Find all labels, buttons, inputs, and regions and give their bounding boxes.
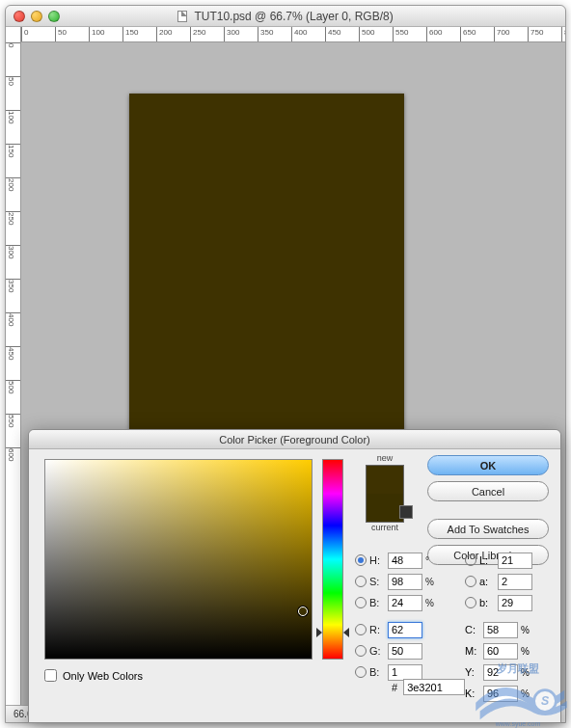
dialog-titlebar[interactable]: Color Picker (Foreground Color) bbox=[29, 430, 560, 449]
dialog-buttons: OK Cancel Add To Swatches Color Librarie… bbox=[427, 455, 549, 565]
document-icon bbox=[177, 11, 187, 22]
input-r[interactable] bbox=[388, 622, 422, 638]
radio-l[interactable] bbox=[465, 554, 476, 566]
only-web-colors-label: Only Web Colors bbox=[63, 670, 143, 682]
input-m[interactable] bbox=[483, 643, 518, 660]
hue-slider-thumb-icon[interactable] bbox=[317, 630, 348, 635]
titlebar[interactable]: TUT10.psd @ 66.7% (Layer 0, RGB/8) bbox=[6, 6, 565, 27]
unit-pct-b: % bbox=[425, 598, 439, 608]
new-label: new bbox=[355, 453, 415, 463]
label-h: H: bbox=[369, 554, 385, 566]
radio-bv[interactable] bbox=[355, 597, 367, 608]
color-field-cursor-icon[interactable] bbox=[298, 607, 308, 616]
input-g[interactable] bbox=[388, 643, 422, 660]
input-bv[interactable] bbox=[388, 595, 422, 611]
lab-cmyk-fields: L: a: b: C: % M: % bbox=[465, 550, 561, 704]
cancel-button[interactable]: Cancel bbox=[427, 481, 549, 501]
ruler-horizontal[interactable]: 0501001502002503003504004505005506006507… bbox=[21, 27, 565, 42]
current-label: current bbox=[355, 523, 415, 532]
only-web-colors-checkbox[interactable] bbox=[44, 669, 57, 682]
label-hex: # bbox=[392, 682, 397, 693]
input-l[interactable] bbox=[498, 553, 532, 569]
unit-deg: ° bbox=[425, 555, 439, 566]
label-c: C: bbox=[465, 624, 480, 635]
radio-s[interactable] bbox=[355, 576, 367, 587]
input-s[interactable] bbox=[388, 574, 422, 590]
radio-r[interactable] bbox=[355, 624, 367, 635]
unit-pct-m: % bbox=[521, 646, 534, 657]
label-g: G: bbox=[369, 645, 385, 657]
ruler-vertical[interactable]: 050100150200250300350400450500550600 bbox=[6, 27, 21, 705]
label-b2: b: bbox=[479, 597, 495, 608]
label-s: S: bbox=[369, 576, 385, 587]
ok-button[interactable]: OK bbox=[427, 455, 549, 475]
input-a[interactable] bbox=[498, 574, 532, 590]
label-a: a: bbox=[479, 576, 495, 587]
label-k: K: bbox=[465, 688, 480, 699]
swatch-compare: new current bbox=[355, 453, 415, 534]
label-r: R: bbox=[369, 624, 385, 635]
radio-h[interactable] bbox=[355, 554, 367, 566]
swatch-new[interactable] bbox=[367, 466, 403, 494]
label-y: Y: bbox=[465, 666, 480, 678]
only-web-colors-row: Only Web Colors bbox=[44, 669, 143, 682]
unit-pct-k: % bbox=[521, 688, 534, 699]
unit-pct-c: % bbox=[521, 625, 534, 635]
input-c[interactable] bbox=[483, 622, 518, 638]
input-b[interactable] bbox=[388, 664, 422, 681]
input-h[interactable] bbox=[388, 553, 422, 569]
input-b2[interactable] bbox=[498, 595, 532, 611]
radio-g[interactable] bbox=[355, 645, 367, 657]
input-y[interactable] bbox=[483, 664, 518, 681]
input-k[interactable] bbox=[483, 686, 518, 702]
color-field[interactable] bbox=[44, 459, 313, 660]
radio-b2[interactable] bbox=[465, 597, 476, 608]
gamut-warning-icon[interactable] bbox=[399, 505, 413, 519]
add-to-swatches-button[interactable]: Add To Swatches bbox=[427, 519, 549, 539]
swatch-current[interactable] bbox=[367, 494, 403, 522]
window-title-text: TUT10.psd @ 66.7% (Layer 0, RGB/8) bbox=[194, 10, 393, 23]
unit-pct-y: % bbox=[521, 667, 534, 678]
label-b: B: bbox=[369, 666, 385, 678]
hex-row: # bbox=[392, 679, 465, 695]
artboard[interactable] bbox=[129, 94, 404, 460]
radio-a[interactable] bbox=[465, 576, 476, 587]
label-bv: B: bbox=[369, 597, 385, 608]
radio-b[interactable] bbox=[355, 666, 367, 678]
unit-pct-s: % bbox=[425, 577, 439, 587]
hue-slider[interactable] bbox=[322, 459, 343, 660]
color-picker-dialog: Color Picker (Foreground Color) new curr… bbox=[28, 429, 561, 723]
label-l: L: bbox=[479, 554, 495, 566]
label-m: M: bbox=[465, 645, 480, 657]
window-title: TUT10.psd @ 66.7% (Layer 0, RGB/8) bbox=[6, 10, 565, 23]
input-hex[interactable] bbox=[403, 679, 465, 695]
